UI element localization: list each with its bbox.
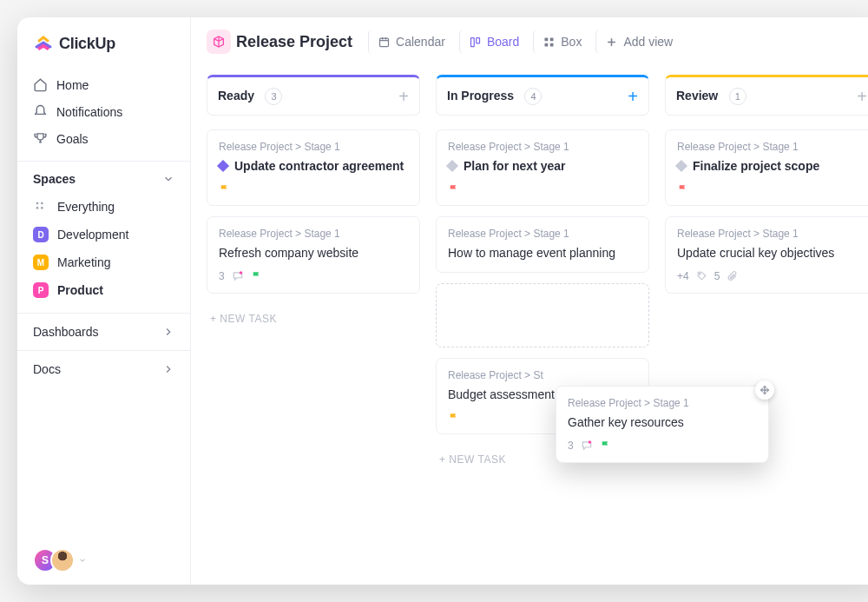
topbar: Release Project Calendar Board Box Add v… (191, 17, 868, 66)
flag-icon (677, 183, 688, 195)
svg-rect-6 (477, 37, 480, 43)
card-breadcrumb: Release Project > Stage 1 (219, 141, 408, 153)
svg-point-12 (699, 274, 700, 275)
drop-placeholder (436, 283, 649, 347)
add-view-button[interactable]: Add view (595, 30, 681, 54)
grid-dots-icon (33, 199, 49, 215)
card-breadcrumb: Release Project > Stage 1 (448, 228, 637, 240)
flag-icon (448, 183, 459, 195)
column-title: Ready (218, 89, 254, 103)
add-task-button[interactable]: + (398, 88, 409, 105)
comment-icon (232, 270, 244, 282)
card-title: Update crucial key objectives (677, 245, 866, 261)
task-card[interactable]: Release Project > Stage 1 Update contrac… (207, 129, 420, 206)
task-card[interactable]: Release Project > Stage 1 Finalize proje… (665, 129, 868, 206)
task-card[interactable]: Release Project > Stage 1 How to manage … (436, 216, 649, 273)
card-breadcrumb: Release Project > Stage 1 (448, 141, 637, 153)
section-label: Docs (33, 362, 61, 376)
move-icon (755, 380, 774, 400)
svg-point-0 (36, 202, 39, 205)
add-task-button[interactable]: + (628, 88, 638, 105)
dragging-card[interactable]: Release Project > Stage 1 Gather key res… (556, 386, 769, 463)
nav-label: Goals (56, 132, 89, 146)
add-task-button[interactable]: + (857, 88, 867, 105)
svg-rect-8 (550, 37, 554, 41)
column-header: Review 1 + (665, 75, 868, 116)
column-count: 3 (265, 88, 282, 105)
space-badge-icon: D (33, 227, 49, 242)
comment-count: 3 (219, 270, 225, 282)
chevron-right-icon (162, 326, 174, 338)
svg-point-13 (588, 440, 591, 444)
chevron-down-icon (78, 556, 87, 565)
comment-count: 3 (568, 440, 574, 452)
svg-point-3 (41, 207, 43, 209)
project-title: Release Project (236, 33, 352, 51)
space-label: Marketing (57, 255, 110, 269)
nav-docs[interactable]: Docs (17, 350, 190, 387)
card-title: Plan for next year (464, 158, 566, 175)
card-breadcrumb: Release Project > Stage 1 (677, 228, 866, 240)
home-icon (33, 77, 48, 92)
nav-dashboards[interactable]: Dashboards (17, 313, 190, 350)
nav-label: Home (56, 78, 89, 92)
section-label: Spaces (33, 172, 76, 186)
space-marketing[interactable]: M Marketing (17, 248, 190, 276)
view-calendar[interactable]: Calendar (368, 30, 454, 54)
flag-icon (219, 183, 230, 195)
column-in-progress: In Progress 4 + Release Project > Stage … (436, 75, 649, 569)
new-task-button[interactable]: + NEW TASK (207, 304, 420, 334)
space-product[interactable]: P Product (17, 276, 190, 304)
flag-icon (251, 270, 262, 281)
space-development[interactable]: D Development (17, 221, 190, 248)
chevron-right-icon (162, 363, 174, 375)
clickup-logo-icon (33, 33, 54, 54)
task-card[interactable]: Release Project > Stage 1 Refresh compan… (207, 216, 420, 294)
spaces-list: Everything D Development M Marketing P P… (17, 193, 190, 313)
comment-icon (581, 440, 593, 452)
workspace-switcher[interactable]: S (17, 536, 190, 585)
svg-point-1 (41, 202, 43, 205)
tag-icon (696, 270, 707, 281)
priority-diamond-icon (675, 160, 687, 172)
space-badge-icon: P (33, 282, 49, 298)
nav-goals[interactable]: Goals (17, 125, 190, 152)
brand-name: ClickUp (59, 35, 115, 53)
calendar-icon (378, 36, 391, 49)
flag-icon (600, 440, 611, 451)
card-title: Gather key resources (568, 414, 757, 431)
card-title: Update contractor agreement (234, 158, 404, 175)
attachment-count: 5 (714, 270, 720, 282)
column-header: Ready 3 + (207, 75, 420, 116)
brand-logo[interactable]: ClickUp (17, 17, 190, 68)
view-board[interactable]: Board (459, 30, 528, 54)
board-icon (469, 36, 482, 49)
app-window: ClickUp Home Notifications Goals Spaces (17, 17, 868, 585)
trophy-icon (33, 131, 48, 146)
column-ready: Ready 3 + Release Project > Stage 1 Upda… (207, 75, 420, 569)
nav-home[interactable]: Home (17, 71, 190, 98)
card-title: Refresh company website (219, 245, 408, 261)
view-label: Calendar (396, 35, 445, 49)
space-everything[interactable]: Everything (17, 193, 190, 221)
primary-nav: Home Notifications Goals (17, 68, 190, 161)
column-header: In Progress 4 + (436, 75, 649, 116)
view-label: Box (561, 35, 582, 49)
view-box[interactable]: Box (533, 30, 590, 54)
flag-icon (448, 412, 459, 423)
nav-notifications[interactable]: Notifications (17, 98, 190, 125)
task-card[interactable]: Release Project > Stage 1 Update crucial… (665, 216, 868, 294)
card-title: Finalize project scope (693, 158, 819, 175)
nav-label: Notifications (56, 105, 122, 119)
task-card[interactable]: Release Project > Stage 1 Plan for next … (436, 129, 649, 206)
spaces-header[interactable]: Spaces (17, 161, 190, 193)
card-breadcrumb: Release Project > Stage 1 (568, 397, 757, 409)
column-review: Review 1 + Release Project > Stage 1 Fin… (665, 75, 868, 569)
svg-point-2 (36, 207, 39, 209)
card-breadcrumb: Release Project > St (448, 369, 637, 381)
column-title: In Progress (447, 89, 514, 103)
bell-icon (33, 104, 48, 119)
box-grid-icon (542, 36, 556, 49)
view-label: Board (487, 35, 519, 49)
svg-rect-10 (550, 43, 554, 46)
